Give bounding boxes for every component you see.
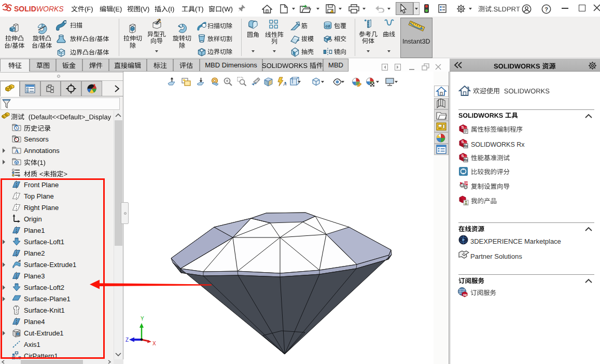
svg-text:SW: SW (463, 294, 467, 297)
svg-text:Y: Y (141, 316, 144, 321)
svg-text:cd: cd (325, 24, 330, 29)
svg-text:S: S (461, 139, 464, 144)
svg-text:SW: SW (464, 182, 468, 185)
svg-text:A: A (15, 148, 19, 154)
svg-text:S: S (461, 125, 464, 130)
svg-text:Rx: Rx (464, 158, 468, 162)
svg-text:A: A (283, 80, 286, 87)
svg-text:Rx: Rx (464, 144, 468, 148)
svg-text:S: S (461, 153, 464, 158)
svg-text:Z: Z (125, 337, 129, 343)
svg-text:X: X (152, 341, 156, 346)
